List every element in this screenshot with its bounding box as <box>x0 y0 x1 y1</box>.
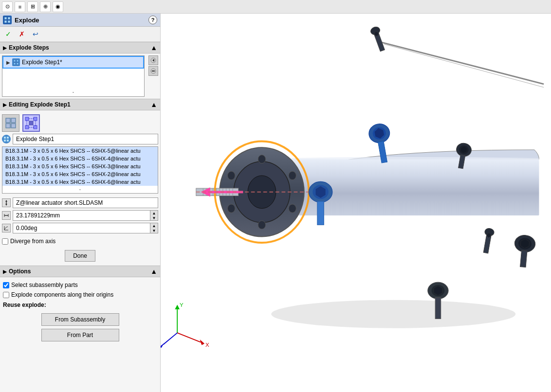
subassembly-checkbox-row: Select subassembly parts <box>3 280 157 290</box>
left-panel: Explode ? ✓ ✗ ↩ ▶ Explode Steps ▲ ▶ <box>0 14 161 392</box>
cancel-button[interactable]: ✗ <box>17 29 27 39</box>
collapse-button-steps[interactable]: ▲ <box>150 44 157 52</box>
diverge-checkbox-row: Diverge from axis <box>2 236 158 246</box>
explode-type-svg <box>24 116 38 130</box>
component-select-icon[interactable] <box>2 114 19 132</box>
svg-point-46 <box>289 171 296 179</box>
component-item-4[interactable]: B18.3.1M - 3 x 0.5 x 6 Hex SHCS -- 6SHX-… <box>2 170 158 178</box>
component-item-2[interactable]: B18.3.1M - 3 x 0.5 x 6 Hex SHCS -- 6SHX-… <box>2 155 158 162</box>
distance-increment[interactable]: ▲ <box>150 211 158 215</box>
step-name-label: Explode Step1* <box>22 59 140 66</box>
remove-step-button[interactable] <box>148 66 158 76</box>
collapse-arrow-steps: ▶ <box>3 45 7 51</box>
explode-origins-checkbox[interactable] <box>3 292 9 298</box>
toolbar-icon-3[interactable]: ⊞ <box>27 1 38 12</box>
angle-increment[interactable]: ▲ <box>150 223 158 228</box>
options-section-body: Select subassembly parts Explode compone… <box>0 277 160 347</box>
from-subassembly-button[interactable]: From Subassembly <box>41 313 119 326</box>
component-item-5[interactable]: B18.3.1M - 3 x 0.5 x 6 Hex SHCS -- 6SHX-… <box>2 178 158 186</box>
collapse-button-options[interactable]: ▲ <box>150 267 157 275</box>
component-item-1[interactable]: B18.3.1M - 3 x 0.5 x 6 Hex SHCS -- 6SHX-… <box>2 147 158 155</box>
distance-row: ▲ ▼ <box>2 209 158 222</box>
svg-text:Y: Y <box>180 302 184 308</box>
svg-point-47 <box>227 204 235 213</box>
explode-step-empty <box>2 69 144 88</box>
direction-svg <box>3 199 10 206</box>
svg-rect-15 <box>34 117 37 121</box>
distance-icon <box>2 211 11 220</box>
diverge-label: Diverge from axis <box>10 238 55 245</box>
svg-rect-7 <box>17 63 18 65</box>
svg-marker-28 <box>5 200 7 202</box>
top-toolbar: ⊙ ≡ ⊞ ⊕ ◉ <box>0 0 551 14</box>
angle-field[interactable] <box>13 223 150 233</box>
step-name-field[interactable] <box>13 134 158 144</box>
diverge-checkbox[interactable] <box>2 238 8 245</box>
explode-origins-checkbox-row: Explode components along their origins <box>3 290 157 300</box>
direction-field[interactable] <box>13 197 158 208</box>
main-container: Explode ? ✓ ✗ ↩ ▶ Explode Steps ▲ ▶ <box>0 14 551 392</box>
angle-svg <box>3 225 9 231</box>
svg-rect-0 <box>4 17 7 19</box>
svg-point-43 <box>258 155 265 163</box>
svg-rect-75 <box>520 250 527 267</box>
component-item-3[interactable]: B18.3.1M - 3 x 0.5 x 6 Hex SHCS -- 6SHX-… <box>2 162 158 170</box>
undo-button[interactable]: ↩ <box>30 29 41 39</box>
reuse-buttons-container: From Subassembly From Part <box>3 310 157 344</box>
svg-rect-26 <box>7 140 9 142</box>
editing-section-header[interactable]: ▶ Editing Explode Step1 ▲ <box>0 99 160 110</box>
svg-rect-17 <box>34 125 37 129</box>
svg-point-48 <box>289 204 296 213</box>
step-expand-arrow: ▶ <box>6 60 10 65</box>
confirm-button[interactable]: ✓ <box>3 29 14 39</box>
svg-rect-16 <box>25 125 29 129</box>
explode-type-icon[interactable] <box>22 114 40 132</box>
toolbar-icon-5[interactable]: ◉ <box>53 1 63 12</box>
component-list[interactable]: B18.3.1M - 3 x 0.5 x 6 Hex SHCS -- 6SHX-… <box>2 146 158 194</box>
panel-header: Explode ? <box>0 14 160 27</box>
svg-rect-1 <box>8 17 10 19</box>
svg-rect-23 <box>4 137 6 139</box>
explode-step-item-1[interactable]: ▶ Explode Step1* <box>2 56 144 69</box>
panel-title: Explode <box>15 17 39 24</box>
viewport: Y X Z <box>161 14 551 392</box>
step-dot: • <box>73 90 74 94</box>
svg-rect-6 <box>14 63 16 65</box>
select-icon-svg <box>5 117 17 129</box>
help-button[interactable]: ? <box>148 16 157 24</box>
model-area: Y X Z <box>161 14 551 392</box>
options-section-title: Options <box>9 268 31 275</box>
svg-point-44 <box>258 221 265 229</box>
collapse-button-editing[interactable]: ▲ <box>150 101 157 108</box>
toolbar-icon-4[interactable]: ⊕ <box>40 1 51 12</box>
angle-input-wrap: ▲ ▼ <box>13 223 158 233</box>
subassembly-label: Select subassembly parts <box>11 282 78 288</box>
toolbar-icon-1[interactable]: ⊙ <box>2 1 13 12</box>
distance-field[interactable] <box>13 211 150 220</box>
svg-rect-87 <box>317 201 324 225</box>
svg-text:X: X <box>205 342 209 348</box>
component-list-dot: • <box>2 186 158 193</box>
svg-point-34 <box>271 300 515 328</box>
explode-steps-title: Explode Steps <box>9 44 49 51</box>
svg-rect-79 <box>435 298 441 319</box>
explode-steps-section-header[interactable]: ▶ Explode Steps ▲ <box>0 42 160 53</box>
distance-decrement[interactable]: ▼ <box>150 215 158 220</box>
step-dot-row: • <box>2 88 144 96</box>
distance-svg <box>3 213 9 218</box>
direction-icon <box>2 198 11 207</box>
options-section-header[interactable]: ▶ Options ▲ <box>0 266 160 277</box>
direction-row <box>2 196 158 209</box>
subassembly-checkbox[interactable] <box>3 282 9 288</box>
angle-icon <box>2 224 11 232</box>
svg-point-45 <box>227 171 235 179</box>
explode-steps-area: ▶ Explode Step1* • <box>0 53 160 99</box>
add-step-button[interactable] <box>148 55 158 65</box>
distance-input-wrap: ▲ ▼ <box>13 210 158 221</box>
done-button[interactable]: Done <box>65 250 95 262</box>
svg-rect-14 <box>25 117 29 121</box>
toolbar-icon-2[interactable]: ≡ <box>15 1 25 12</box>
angle-decrement[interactable]: ▼ <box>150 228 158 233</box>
from-part-button[interactable]: From Part <box>41 329 119 341</box>
svg-rect-10 <box>6 118 10 123</box>
